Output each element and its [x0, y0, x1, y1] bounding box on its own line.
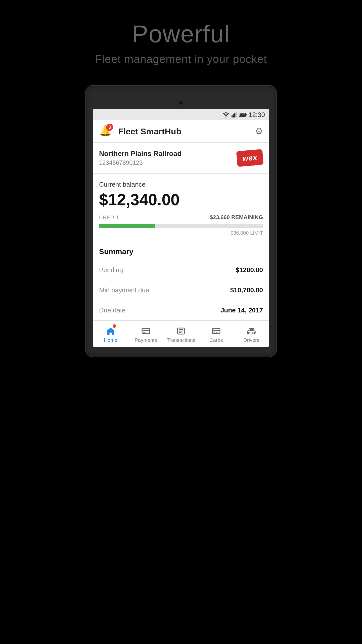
device-frame: 12:30 🔔 3 Fleet SmartHub ⚙ Northern Plai…	[85, 86, 277, 357]
svg-rect-1	[232, 115, 233, 117]
balance-label: Current balance	[99, 181, 263, 188]
credit-remaining: $23,660 REMAINING	[210, 214, 263, 221]
wifi-icon	[222, 112, 230, 117]
summary-duedate-value: June 14, 2017	[220, 306, 263, 314]
headline-subtitle: Fleet management in your pocket	[95, 53, 267, 65]
top-bar: 🔔 3 Fleet SmartHub ⚙	[93, 120, 269, 143]
summary-pending-value: $1200.00	[236, 266, 263, 274]
transactions-icon	[176, 325, 186, 336]
bottom-nav: Home Payments	[93, 320, 269, 347]
balance-amount: $12,340.00	[99, 190, 263, 209]
device-camera	[179, 101, 183, 105]
summary-row-pending: Pending $1200.00	[99, 260, 263, 280]
svg-rect-17	[214, 332, 215, 333]
nav-item-home[interactable]: Home	[93, 321, 128, 347]
limit-row: $36,000 LIMIT	[99, 230, 263, 236]
progress-bar-fill	[99, 224, 155, 228]
app-title: Fleet SmartHub	[118, 127, 251, 136]
summary-title: Summary	[99, 247, 263, 256]
svg-rect-9	[142, 330, 150, 331]
wex-logo: wex	[236, 149, 264, 167]
account-section: Northern Plains Railroad 1234567890123 w…	[93, 143, 269, 174]
headline-title: Powerful	[95, 20, 267, 48]
signal-icon	[232, 112, 237, 117]
svg-rect-18	[216, 332, 217, 333]
nav-label-cards: Cards	[209, 337, 223, 343]
svg-rect-22	[250, 329, 253, 331]
credit-progress-bar	[99, 224, 263, 228]
nav-label-home: Home	[104, 337, 117, 343]
svg-point-20	[248, 332, 250, 334]
svg-rect-16	[212, 330, 220, 331]
summary-minpayment-label: Min payment due	[99, 286, 149, 294]
svg-point-21	[253, 332, 255, 334]
notification-bell[interactable]: 🔔 3	[99, 125, 112, 138]
svg-rect-7	[240, 113, 245, 116]
status-icons: 12:30	[222, 111, 265, 119]
company-name: Northern Plains Railroad	[99, 150, 182, 158]
payments-icon	[141, 325, 150, 336]
app-scene: Powerful Fleet management in your pocket	[0, 0, 362, 644]
summary-minpayment-value: $10,700.00	[230, 286, 263, 294]
notification-badge: 3	[106, 124, 113, 131]
svg-rect-10	[143, 332, 145, 333]
app-screen: 12:30 🔔 3 Fleet SmartHub ⚙ Northern Plai…	[93, 109, 269, 347]
summary-pending-label: Pending	[99, 266, 123, 274]
summary-duedate-label: Due date	[99, 306, 126, 314]
balance-section: Current balance $12,340.00 CREDIT $23,66…	[93, 174, 269, 241]
home-icon	[106, 325, 115, 336]
credit-row: CREDIT $23,660 REMAINING	[99, 214, 263, 221]
nav-label-drivers: Drivers	[243, 337, 259, 343]
tablet-device: 12:30 🔔 3 Fleet SmartHub ⚙ Northern Plai…	[85, 86, 277, 357]
nav-item-transactions[interactable]: Transactions	[163, 321, 199, 347]
status-bar: 12:30	[93, 109, 269, 120]
headline-block: Powerful Fleet management in your pocket	[95, 20, 267, 65]
svg-rect-4	[236, 112, 237, 117]
credit-label: CREDIT	[99, 215, 119, 220]
svg-rect-3	[234, 113, 235, 117]
account-number: 1234567890123	[99, 159, 182, 166]
nav-item-payments[interactable]: Payments	[128, 321, 163, 347]
nav-label-transactions: Transactions	[167, 337, 195, 343]
svg-rect-2	[233, 114, 234, 117]
home-notification-dot	[113, 324, 116, 328]
svg-rect-6	[246, 114, 247, 115]
summary-row-due-date: Due date June 14, 2017	[99, 300, 263, 320]
summary-row-min-payment: Min payment due $10,700.00	[99, 280, 263, 300]
svg-point-0	[225, 116, 227, 117]
status-time: 12:30	[249, 111, 265, 119]
drivers-icon	[247, 325, 256, 336]
account-info: Northern Plains Railroad 1234567890123	[99, 150, 182, 166]
limit-label: $36,000 LIMIT	[231, 230, 263, 236]
cards-icon	[212, 325, 221, 336]
summary-section: Summary Pending $1200.00 Min payment due…	[93, 241, 269, 320]
settings-icon[interactable]: ⚙	[255, 126, 263, 137]
nav-item-drivers[interactable]: Drivers	[234, 321, 269, 347]
nav-label-payments: Payments	[135, 337, 157, 343]
nav-item-cards[interactable]: Cards	[199, 321, 234, 347]
battery-icon	[239, 112, 247, 117]
